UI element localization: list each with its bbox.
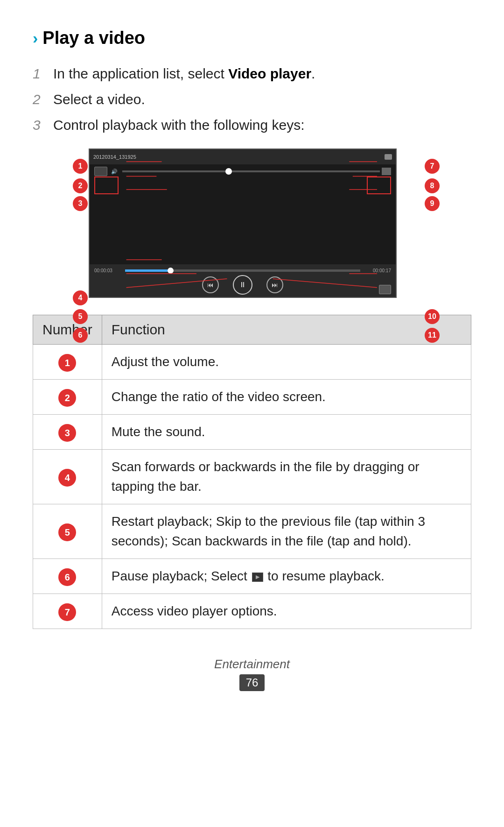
num-badge-5: 5 [58, 523, 76, 541]
table-cell-fn-4: Scan forwards or backwards in the file b… [102, 450, 471, 504]
callout-4: 4 [73, 290, 88, 305]
vp-menu-icon [385, 154, 392, 160]
vp-quality-indicator [367, 177, 391, 194]
vp-seekbar-thumb [168, 268, 174, 274]
step-2: 2 Select a video. [33, 89, 471, 110]
chevron-icon: › [33, 29, 38, 47]
num-badge-1: 1 [58, 354, 76, 372]
table-cell-fn-1: Adjust the volume. [102, 345, 471, 380]
vp-controls-row: ⏮ ⏸ ⏭ [90, 274, 396, 297]
step-2-text: Select a video. [53, 89, 145, 110]
table-row: 6 Pause playback; Select ▶ to resume pla… [33, 559, 471, 594]
vp-pause-button[interactable]: ⏸ [233, 275, 252, 295]
callout-2: 2 [73, 178, 88, 193]
callout-10: 10 [425, 309, 440, 324]
vp-next-button[interactable]: ⏭ [266, 276, 283, 293]
vp-screen-ratio-indicator [94, 177, 119, 194]
footer-page: 76 [239, 674, 265, 691]
vp-top-icons [385, 154, 392, 160]
num-badge-4: 4 [58, 469, 76, 487]
table-row: 4 Scan forwards or backwards in the file… [33, 450, 471, 504]
footer: Entertainment 76 [33, 657, 471, 691]
page-title-section: › Play a video [33, 28, 471, 48]
table-row: 3 Mute the sound. [33, 415, 471, 450]
vp-time-total: 00:00:17 [363, 268, 391, 273]
vp-time-current: 00:00:03 [94, 268, 122, 273]
vp-seekbar-row: 00:00:03 00:00:17 [90, 264, 396, 274]
vp-speaker-icon: 🔊 [111, 168, 120, 175]
step-1: 1 In the application list, select Video … [33, 63, 471, 84]
vp-ratio-btn [94, 167, 107, 176]
vp-bar-icon [382, 168, 391, 175]
callout-9: 9 [425, 196, 440, 211]
vp-seekbar-fill [125, 269, 168, 272]
callout-7: 7 [425, 159, 440, 174]
step-num-1: 1 [33, 63, 53, 84]
page-title: Play a video [42, 28, 145, 48]
steps-section: 1 In the application list, select Video … [33, 63, 471, 135]
table-cell-num-7: 7 [33, 594, 102, 629]
callout-8: 8 [425, 178, 440, 193]
table-cell-num-2: 2 [33, 380, 102, 415]
table-cell-num-5: 5 [33, 504, 102, 559]
num-badge-6: 6 [58, 568, 76, 586]
table-cell-num-3: 3 [33, 415, 102, 450]
vp-volume-track [122, 170, 380, 172]
table-cell-fn-6: Pause playback; Select ▶ to resume playb… [102, 559, 471, 594]
num-badge-7: 7 [58, 603, 76, 621]
table-cell-num-4: 4 [33, 450, 102, 504]
callout-1: 1 [73, 159, 88, 174]
step-3: 3 Control playback with the following ke… [33, 114, 471, 135]
table-row: 1 Adjust the volume. [33, 345, 471, 380]
table-row: 5 Restart playback; Skip to the previous… [33, 504, 471, 559]
vp-prev-button[interactable]: ⏮ [202, 276, 219, 293]
vp-volume-thumb [225, 168, 232, 175]
table-cell-fn-3: Mute the sound. [102, 415, 471, 450]
vp-popup-icon [379, 285, 391, 294]
callout-6: 6 [73, 328, 88, 343]
video-player-diagram: 20120314_131925 🔊 00:00:03 [89, 148, 397, 298]
table-cell-fn-2: Change the ratio of the video screen. [102, 380, 471, 415]
table-cell-fn-5: Restart playback; Skip to the previous f… [102, 504, 471, 559]
diagram-container: 1 2 3 4 5 6 7 8 9 10 11 20120314_131925 … [51, 148, 453, 298]
callout-11: 11 [425, 328, 440, 343]
step-1-text: In the application list, select Video pl… [53, 63, 315, 84]
inline-play-icon: ▶ [252, 573, 263, 582]
step-num-2: 2 [33, 89, 53, 110]
table-cell-num-1: 1 [33, 345, 102, 380]
vp-seekbar [125, 269, 360, 272]
vp-volume-area: 🔊 [94, 164, 391, 178]
table-header-function: Function [102, 315, 471, 345]
table-row: 2 Change the ratio of the video screen. [33, 380, 471, 415]
reference-table: Number Function 1 Adjust the volume. 2 C… [33, 315, 471, 629]
table-cell-num-6: 6 [33, 559, 102, 594]
num-badge-3: 3 [58, 424, 76, 442]
step-num-3: 3 [33, 114, 53, 135]
vp-filename: 20120314_131925 [93, 154, 385, 160]
callout-5: 5 [73, 309, 88, 324]
table-row: 7 Access video player options. [33, 594, 471, 629]
step-3-text: Control playback with the following keys… [53, 114, 305, 135]
vp-bottom: 00:00:03 00:00:17 ⏮ ⏸ ⏭ [90, 264, 396, 297]
table-cell-fn-7: Access video player options. [102, 594, 471, 629]
footer-label: Entertainment [33, 657, 471, 671]
callout-3: 3 [73, 196, 88, 211]
vp-topbar: 20120314_131925 [90, 149, 396, 164]
table-header-number: Number [33, 315, 102, 345]
num-badge-2: 2 [58, 389, 76, 407]
